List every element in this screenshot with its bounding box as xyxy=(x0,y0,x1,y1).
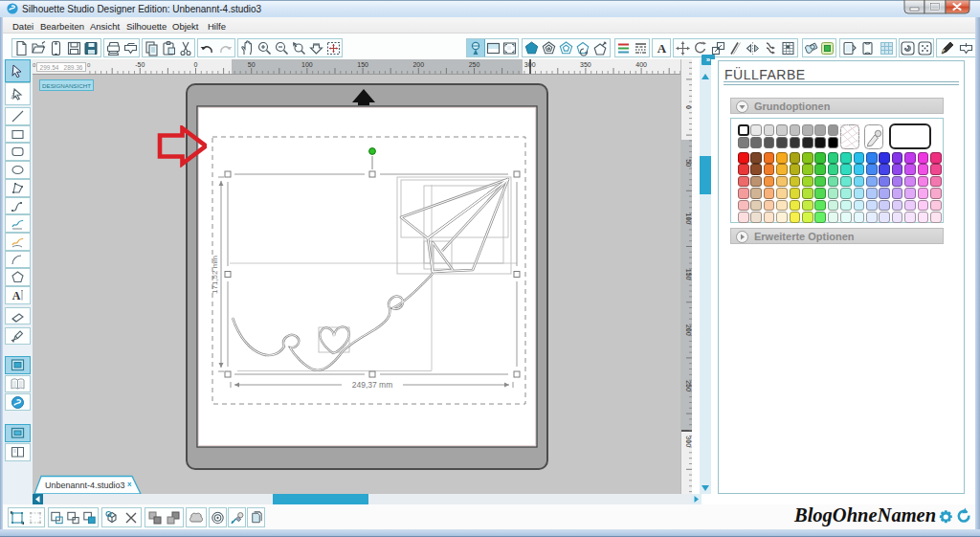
svg-text:200: 200 xyxy=(685,324,692,336)
svg-text:A: A xyxy=(657,41,666,56)
svg-text:150: 150 xyxy=(357,61,368,68)
svg-text:x: x xyxy=(127,480,132,488)
svg-text:350: 350 xyxy=(580,61,591,68)
svg-text:100: 100 xyxy=(685,213,692,225)
svg-text:50: 50 xyxy=(248,61,256,68)
svg-text:50: 50 xyxy=(685,159,692,167)
svg-text:Unbenannt-4.studio3: Unbenannt-4.studio3 xyxy=(45,481,125,490)
svg-text:A: A xyxy=(12,289,21,302)
svg-text:200: 200 xyxy=(412,61,424,68)
svg-text:-50: -50 xyxy=(135,61,145,68)
svg-text:100: 100 xyxy=(301,61,313,68)
svg-text:171,52 mm: 171,52 mm xyxy=(211,256,219,294)
svg-text:300: 300 xyxy=(685,436,692,447)
svg-text:300: 300 xyxy=(524,61,536,68)
svg-text:0: 0 xyxy=(685,105,692,109)
svg-text:0: 0 xyxy=(194,61,198,68)
svg-text:250: 250 xyxy=(685,380,692,392)
svg-text:249,37 mm: 249,37 mm xyxy=(352,380,393,390)
svg-text:150: 150 xyxy=(685,269,692,280)
svg-text:250: 250 xyxy=(469,61,480,68)
svg-text:400: 400 xyxy=(635,61,647,68)
